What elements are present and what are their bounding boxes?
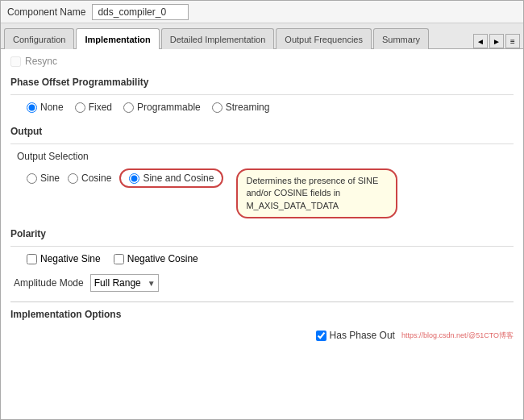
implementation-options-section: Implementation Options Has Phase Out htt… xyxy=(10,301,514,344)
tab-nav-arrows: ◄ ► ≡ xyxy=(473,34,520,48)
output-selection-row: Sine Cosine Sine and Cosine Determines t… xyxy=(10,168,514,218)
radio-programmable-label: Programmable xyxy=(137,102,201,113)
amplitude-mode-label: Amplitude Mode xyxy=(14,277,84,289)
negative-sine-label: Negative Sine xyxy=(40,253,101,264)
main-content: Resync Phase Offset Programmability None… xyxy=(1,49,523,419)
tab-configuration[interactable]: Configuration xyxy=(4,28,74,49)
radio-cosine[interactable]: Cosine xyxy=(68,173,111,184)
radio-programmable[interactable]: Programmable xyxy=(123,102,201,113)
radio-streaming[interactable]: Streaming xyxy=(212,102,270,113)
amplitude-mode-row: Amplitude Mode Full Range Unit Circle ▼ xyxy=(10,274,514,292)
polarity-divider xyxy=(10,246,514,247)
has-phase-out-label: Has Phase Out xyxy=(330,330,395,341)
resync-checkbox[interactable] xyxy=(10,56,21,67)
tab-summary[interactable]: Summary xyxy=(373,28,429,49)
output-selection-label: Output Selection xyxy=(10,151,514,162)
has-phase-out-checkbox[interactable] xyxy=(316,331,326,341)
output-tooltip: Determines the presence of SINE and/or C… xyxy=(236,168,397,218)
polarity-header: Polarity xyxy=(10,228,514,239)
tab-output-frequencies[interactable]: Output Frequencies xyxy=(276,28,372,49)
output-divider xyxy=(10,143,514,144)
radio-sine-and-cosine-label: Sine and Cosine xyxy=(143,173,214,184)
tab-nav-prev[interactable]: ◄ xyxy=(473,34,488,48)
tab-menu-button[interactable]: ≡ xyxy=(505,34,520,48)
radio-cosine-label: Cosine xyxy=(81,173,111,184)
negative-cosine-option[interactable]: Negative Cosine xyxy=(114,253,198,264)
output-radio-group: Sine Cosine Sine and Cosine xyxy=(27,168,223,188)
amplitude-mode-select-wrapper: Full Range Unit Circle ▼ xyxy=(90,274,159,292)
radio-sine-and-cosine[interactable]: Sine and Cosine xyxy=(129,173,214,184)
resync-row: Resync xyxy=(10,56,514,67)
negative-sine-option[interactable]: Negative Sine xyxy=(27,253,101,264)
radio-sine[interactable]: Sine xyxy=(27,173,60,184)
polarity-section: Polarity Negative Sine Negative Cosine xyxy=(10,228,514,264)
component-name-bar: Component Name dds_compiler_0 xyxy=(1,1,523,23)
output-section: Output Output Selection Sine Cosine xyxy=(10,126,514,218)
negative-cosine-label: Negative Cosine xyxy=(127,253,198,264)
tab-bar: Configuration Implementation Detailed Im… xyxy=(1,23,523,49)
implementation-options-header: Implementation Options xyxy=(10,309,514,320)
phase-offset-header: Phase Offset Programmability xyxy=(10,77,514,88)
tab-implementation[interactable]: Implementation xyxy=(76,28,159,49)
radio-sine-label: Sine xyxy=(40,173,60,184)
phase-offset-divider xyxy=(10,94,514,95)
bottom-row: Has Phase Out https://blog.csdn.net/@51C… xyxy=(10,326,514,344)
phase-offset-radio-row: None Fixed Programmable Streaming xyxy=(10,102,514,113)
tab-nav-next[interactable]: ► xyxy=(489,34,504,48)
negative-sine-checkbox[interactable] xyxy=(27,254,37,264)
tab-detailed-implementation[interactable]: Detailed Implementation xyxy=(161,28,275,49)
radio-none-label: None xyxy=(40,102,64,113)
negative-cosine-checkbox[interactable] xyxy=(114,254,124,264)
component-name-value: dds_compiler_0 xyxy=(92,4,189,20)
sine-and-cosine-oval: Sine and Cosine xyxy=(119,168,223,188)
watermark-text: https://blog.csdn.net/@51CTO博客 xyxy=(401,331,514,341)
amplitude-mode-select[interactable]: Full Range Unit Circle xyxy=(90,274,159,292)
resync-label: Resync xyxy=(25,56,57,67)
radio-fixed-label: Fixed xyxy=(89,102,112,113)
polarity-checkbox-row: Negative Sine Negative Cosine xyxy=(10,253,514,264)
phase-offset-section: Phase Offset Programmability None Fixed … xyxy=(10,77,514,113)
main-window: Component Name dds_compiler_0 Configurat… xyxy=(0,0,524,420)
component-name-label: Component Name xyxy=(7,6,85,18)
radio-none[interactable]: None xyxy=(27,102,64,113)
radio-fixed[interactable]: Fixed xyxy=(75,102,112,113)
has-phase-out-option[interactable]: Has Phase Out xyxy=(316,330,395,341)
output-header: Output xyxy=(10,126,514,137)
radio-streaming-label: Streaming xyxy=(226,102,270,113)
